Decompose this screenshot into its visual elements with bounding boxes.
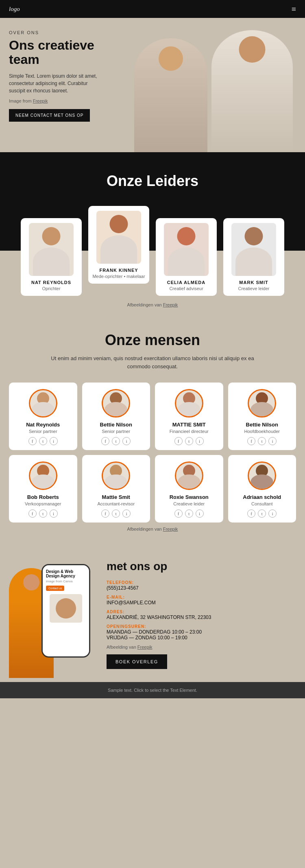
instagram-icon-6[interactable]: i bbox=[196, 509, 204, 518]
mensen-section: Onze mensen Ut enim ad minim veniam, qui… bbox=[0, 311, 305, 544]
mensen-card-6: Roxie Swanson Creatieve leider f t i bbox=[155, 455, 223, 523]
facebook-icon-0[interactable]: f bbox=[28, 437, 37, 445]
contact-hours-row: OPENINGSUREN: MAANDAG — DONDERDAG 10:00 … bbox=[107, 623, 296, 641]
twitter-icon-6[interactable]: t bbox=[185, 509, 193, 518]
hero-credit: Image from Freepik bbox=[9, 98, 102, 103]
mensen-role-5: Accountant-revisor bbox=[85, 501, 147, 506]
header: logo ≡ bbox=[0, 0, 305, 18]
leider-role-frank: Mede-oprichter • makelaar bbox=[92, 274, 145, 279]
contact-woman-face bbox=[23, 574, 39, 590]
instagram-icon-4[interactable]: i bbox=[50, 509, 58, 518]
leider-role-celia: Creatief adviseur bbox=[160, 286, 213, 291]
mensen-card-2: MATTIE SMIT Financieel directeur f t i bbox=[155, 383, 223, 450]
facebook-icon-7[interactable]: f bbox=[247, 509, 255, 518]
mensen-name-7: Adriaan schold bbox=[231, 494, 293, 500]
phone-screen-btn[interactable]: Contact us bbox=[46, 586, 64, 591]
phone-screen-img bbox=[50, 594, 82, 623]
boek-button[interactable]: BOEK OVERLEG bbox=[107, 654, 167, 669]
leiders-section: Onze Leiders NAT REYNOLDS Oprichter FRAN… bbox=[0, 152, 305, 311]
mensen-card-7: Adriaan schold Consultant f t i bbox=[228, 455, 296, 523]
hours-value1: MAANDAG — DONDERDAG 10:00 – 23:00 bbox=[107, 629, 296, 635]
mensen-avatar-6 bbox=[175, 461, 203, 490]
facebook-icon-3[interactable]: f bbox=[247, 437, 255, 445]
instagram-icon-0[interactable]: i bbox=[50, 437, 58, 445]
mensen-avatar-0 bbox=[29, 389, 57, 418]
hero-woman-face bbox=[159, 46, 183, 71]
hero-section: OVER ONS Ons creatieve team Simple Text.… bbox=[0, 18, 305, 152]
social-icons-1: f t i bbox=[85, 437, 147, 445]
mensen-card-1: Bettie Nilson Senior partner f t i bbox=[82, 383, 150, 450]
mensen-card-5: Mattie Smit Accountant-revisor f t i bbox=[82, 455, 150, 523]
leider-role-nat: Oprichter bbox=[25, 286, 78, 291]
leider-role-mark: Creatieve leider bbox=[227, 286, 280, 291]
twitter-icon-2[interactable]: t bbox=[185, 437, 193, 445]
leider-avatar-nat bbox=[29, 223, 74, 276]
mensen-credit-link[interactable]: Freepik bbox=[163, 527, 178, 531]
twitter-icon-3[interactable]: t bbox=[258, 437, 266, 445]
mensen-avatar-7 bbox=[248, 461, 276, 490]
mensen-name-1: Bettie Nilson bbox=[85, 422, 147, 428]
contact-address-row: ADRES: ALEXANDRIÉ, 32 WASHINGTORN STR, 2… bbox=[107, 609, 296, 620]
instagram-icon-3[interactable]: i bbox=[268, 437, 277, 445]
mensen-desc: Ut enim ad minim veniam, quis nostrud ex… bbox=[47, 354, 258, 370]
leider-avatar-mark bbox=[231, 223, 276, 276]
mensen-avatar-5 bbox=[102, 461, 130, 490]
phone-screen-title: Design & Web Design Agency bbox=[46, 569, 86, 578]
mensen-role-4: Verkoopsmanager bbox=[12, 501, 74, 506]
facebook-icon-5[interactable]: f bbox=[101, 509, 109, 518]
hero-man-face bbox=[239, 36, 266, 63]
hero-woman bbox=[134, 38, 207, 152]
twitter-icon-7[interactable]: t bbox=[258, 509, 266, 518]
hero-title: Ons creatieve team bbox=[9, 38, 102, 67]
instagram-icon-1[interactable]: i bbox=[122, 437, 131, 445]
phone-value: (555)123-4567 bbox=[107, 585, 296, 591]
leider-avatar-celia bbox=[164, 223, 209, 276]
menu-icon[interactable]: ≡ bbox=[292, 4, 296, 14]
mensen-role-0: Senior partner bbox=[12, 429, 74, 434]
facebook-icon-4[interactable]: f bbox=[28, 509, 37, 518]
mensen-name-3: Bettie Nilson bbox=[231, 422, 293, 428]
mensen-credit: Afbeeldingen van Freepik bbox=[9, 527, 296, 531]
mensen-avatar-4 bbox=[29, 461, 57, 490]
leider-name-mark: MARK SMIT bbox=[227, 280, 280, 285]
contact-phone-mock: Design & Web Design Agency image from Ca… bbox=[41, 564, 90, 658]
leider-card-nat: NAT REYNOLDS Oprichter bbox=[21, 218, 82, 296]
leiders-bottom: Afbeeldingen van Freepik bbox=[0, 296, 305, 311]
facebook-icon-6[interactable]: f bbox=[174, 509, 183, 518]
mensen-avatar-1 bbox=[102, 389, 130, 418]
twitter-icon-4[interactable]: t bbox=[39, 509, 47, 518]
facebook-icon-1[interactable]: f bbox=[101, 437, 109, 445]
facebook-icon-2[interactable]: f bbox=[174, 437, 183, 445]
contact-credit-link[interactable]: Freepik bbox=[137, 645, 152, 649]
instagram-icon-7[interactable]: i bbox=[268, 509, 277, 518]
hero-text: Simple Text. Lorem ipsum dolor sit amet,… bbox=[9, 72, 102, 94]
contact-right: met ons op TELEFOON: (555)123-4567 E-MAI… bbox=[98, 556, 296, 669]
hero-credit-link[interactable]: Freepik bbox=[33, 98, 48, 103]
phone-label: TELEFOON: bbox=[107, 580, 134, 585]
mensen-avatar-2 bbox=[175, 389, 203, 418]
instagram-icon-2[interactable]: i bbox=[196, 437, 204, 445]
mensen-role-2: Financieel directeur bbox=[158, 429, 220, 434]
logo: logo bbox=[9, 6, 20, 13]
mensen-name-5: Mattie Smit bbox=[85, 494, 147, 500]
mensen-name-4: Bob Roberts bbox=[12, 494, 74, 500]
phone-screen: Design & Web Design Agency image from Ca… bbox=[43, 565, 89, 656]
mensen-title: Onze mensen bbox=[9, 332, 296, 349]
leider-name-nat: NAT REYNOLDS bbox=[25, 280, 78, 285]
social-icons-5: f t i bbox=[85, 509, 147, 518]
contact-left: Design & Web Design Agency image from Ca… bbox=[9, 556, 98, 678]
mensen-role-7: Consultant bbox=[231, 501, 293, 506]
contact-button[interactable]: NEEM CONTACT MET ONS OP bbox=[9, 109, 90, 122]
instagram-icon-5[interactable]: i bbox=[122, 509, 131, 518]
twitter-icon-0[interactable]: t bbox=[39, 437, 47, 445]
twitter-icon-1[interactable]: t bbox=[112, 437, 120, 445]
leiders-credit-link[interactable]: Freepik bbox=[163, 302, 178, 307]
footer-text: Sample text. Click to select the Text El… bbox=[108, 688, 197, 693]
hours-value2: VRIJDAG — ZONDAG 10:00 – 19:00 bbox=[107, 635, 296, 641]
social-icons-3: f t i bbox=[231, 437, 293, 445]
email-value: INFO@SAMPLE.COM bbox=[107, 600, 296, 606]
contact-title: met ons op bbox=[107, 560, 296, 573]
mensen-card-4: Bob Roberts Verkoopsmanager f t i bbox=[9, 455, 77, 523]
twitter-icon-5[interactable]: t bbox=[112, 509, 120, 518]
social-icons-7: f t i bbox=[231, 509, 293, 518]
